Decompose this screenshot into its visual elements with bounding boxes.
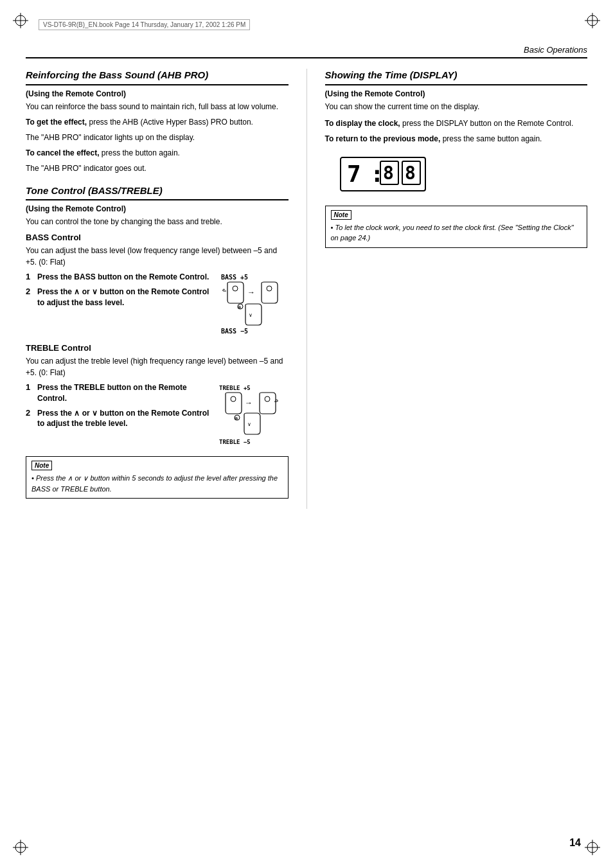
bass-step2: 2 Press the ∧ or ∨ button on the Remote …	[26, 287, 213, 308]
svg-point-24	[265, 396, 270, 402]
bass-steps-with-diagram: 1 Press the BASS button on the Remote Co…	[26, 272, 289, 338]
page-container: VS-DT6-9R(B)_EN.book Page 14 Thursday, J…	[0, 0, 613, 868]
bass-step1: 1 Press the BASS button on the Remote Co…	[26, 272, 213, 283]
display-time-section: Showing the Time (DISPLAY) (Using the Re…	[325, 69, 588, 248]
column-divider	[306, 69, 307, 509]
bass-cancel-effect-rest: press the button again.	[102, 148, 180, 157]
corner-mark-bl	[13, 840, 28, 855]
treble-step2-text: Press the ∧ or ∨ button on the Remote Co…	[37, 408, 213, 430]
bass-diagram: BASS +5 →	[218, 272, 289, 338]
bass-control-heading: BASS Control	[26, 233, 289, 242]
svg-text:TREBLE +5: TREBLE +5	[219, 385, 251, 391]
display-time-note-header: Note	[331, 210, 582, 220]
tone-control-note: Note • Press the ∧ or ∨ button within 5 …	[26, 456, 289, 499]
svg-point-22	[231, 396, 236, 402]
clock-display-svg: 7 : 8 8	[338, 155, 428, 193]
svg-text:8: 8	[383, 163, 394, 184]
bass-reinforcement-sublabel: (Using the Remote Control)	[26, 89, 289, 98]
display-time-sublabel: (Using the Remote Control)	[325, 89, 588, 98]
display-clock-rest: press the DISPLAY button on the Remote C…	[402, 119, 573, 128]
tone-control-note-text: • Press the ∧ or ∨ button within 5 secon…	[31, 473, 283, 494]
display-return-rest: press the same button again.	[443, 134, 542, 143]
treble-control-heading: TREBLE Control	[26, 343, 289, 353]
tone-control-body1: You can control the tone by changing the…	[26, 216, 289, 227]
display-time-body1: You can show the current time on the dis…	[325, 101, 588, 112]
bass-cancel-effect-bold: To cancel the effect,	[26, 148, 99, 157]
bass-get-effect-rest: press the AHB (Active Hyper Bass) PRO bu…	[89, 118, 253, 127]
bass-control-body: You can adjust the bass level (low frequ…	[26, 245, 289, 268]
svg-text:→: →	[247, 288, 255, 297]
tone-control-sublabel: (Using the Remote Control)	[26, 204, 289, 213]
file-info: VS-DT6-9R(B)_EN.book Page 14 Thursday, J…	[39, 19, 250, 30]
bass-reinforcement-body1: You can reinforce the bass sound to main…	[26, 101, 289, 112]
treble-step1: 1 Press the TREBLE button on the Remote …	[26, 382, 213, 404]
svg-text::: :	[370, 161, 384, 187]
bass-step2-text: Press the ∧ or ∨ button on the Remote Co…	[37, 287, 213, 308]
treble-step1-text: Press the TREBLE button on the Remote Co…	[37, 382, 213, 404]
treble-diagram: TREBLE +5 →	[218, 382, 289, 448]
tone-control-title: Tone Control (BASS/TREBLE)	[26, 184, 289, 201]
svg-text:8: 8	[405, 163, 416, 184]
display-time-body2: To display the clock, press the DISPLAY …	[325, 118, 588, 129]
bass-reinforcement-body2: To get the effect, press the AHB (Active…	[26, 116, 289, 128]
bass-steps-col: 1 Press the BASS button on the Remote Co…	[26, 272, 213, 312]
treble-step2: 2 Press the ∧ or ∨ button on the Remote …	[26, 408, 213, 430]
svg-text:⊕: ⊕	[234, 416, 238, 421]
display-time-body3: To return to the previous mode, press th…	[325, 133, 588, 145]
treble-steps-col: 1 Press the TREBLE button on the Remote …	[26, 382, 213, 433]
display-time-title: Showing the Time (DISPLAY)	[325, 69, 588, 85]
svg-text:7: 7	[347, 161, 361, 187]
header-title: Basic Operations	[524, 45, 587, 55]
bass-reinforcement-section: Reinforcing the Bass Sound (AHB PRO) (Us…	[26, 69, 289, 174]
main-content: Reinforcing the Bass Sound (AHB PRO) (Us…	[26, 69, 587, 509]
svg-text:∨: ∨	[247, 421, 251, 427]
display-return-bold: To return to the previous mode,	[325, 134, 441, 143]
svg-text:BASS  +5: BASS +5	[221, 274, 248, 281]
svg-point-16	[267, 286, 272, 291]
display-time-note: Note • To let the clock work, you need t…	[325, 206, 588, 248]
svg-text:BASS  −5: BASS −5	[221, 328, 248, 335]
corner-mark-tl	[13, 13, 28, 28]
note-label: Note	[31, 461, 52, 470]
bass-step1-text: Press the BASS button on the Remote Cont…	[37, 272, 213, 283]
svg-text:∨: ∨	[249, 312, 253, 318]
bass-reinforcement-title: Reinforcing the Bass Sound (AHB PRO)	[26, 69, 289, 85]
tone-control-note-header: Note	[31, 461, 283, 470]
svg-point-13	[233, 286, 238, 291]
bass-diagram-svg: BASS +5 →	[218, 272, 289, 336]
treble-steps-with-diagram: 1 Press the TREBLE button on the Remote …	[26, 382, 289, 448]
bass-get-effect-bold: To get the effect,	[26, 118, 87, 127]
svg-text:→: →	[245, 398, 253, 407]
bass-reinforcement-body5: The "AHB PRO" indicator goes out.	[26, 163, 289, 174]
clock-display: 7 : 8 8	[338, 155, 588, 195]
tone-control-section: Tone Control (BASS/TREBLE) (Using the Re…	[26, 184, 289, 499]
right-column: Showing the Time (DISPLAY) (Using the Re…	[325, 69, 588, 509]
svg-text:TREBLE −5: TREBLE −5	[219, 439, 251, 445]
page-header: Basic Operations	[26, 45, 587, 58]
display-clock-bold: To display the clock,	[325, 119, 400, 128]
left-column: Reinforcing the Bass Sound (AHB PRO) (Us…	[26, 69, 289, 509]
corner-mark-br	[585, 840, 600, 855]
page-number: 14	[569, 837, 581, 849]
svg-text:⊕: ⊕	[237, 305, 242, 310]
bass-reinforcement-body4: To cancel the effect, press the button a…	[26, 147, 289, 159]
display-note-label: Note	[331, 210, 351, 220]
treble-diagram-svg: TREBLE +5 →	[218, 382, 289, 447]
display-time-note-text: • To let the clock work, you need to set…	[331, 222, 582, 244]
corner-mark-tr	[585, 13, 600, 28]
treble-control-body: You can adjust the treble level (high fr…	[26, 355, 289, 378]
bass-reinforcement-body3: The "AHB PRO" indicator lights up on the…	[26, 132, 289, 143]
